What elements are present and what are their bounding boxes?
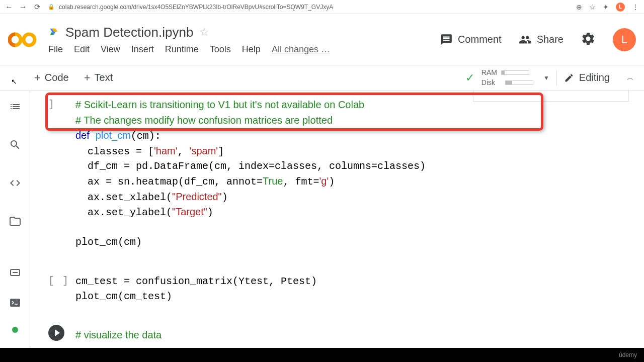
- collapse-header-icon[interactable]: ︿: [627, 73, 634, 82]
- files-icon[interactable]: [9, 215, 21, 230]
- cell-code[interactable]: # Scikit-Learn is transitioning to V1 bu…: [45, 93, 629, 255]
- user-avatar[interactable]: L: [613, 28, 636, 51]
- cell-prompt[interactable]: [ ]: [48, 275, 69, 287]
- menu-tools[interactable]: Tools: [210, 44, 231, 55]
- resource-dropdown-icon[interactable]: ▼: [543, 74, 549, 81]
- cell-prompt[interactable]: ]: [48, 99, 57, 110]
- cell-code[interactable]: # visualize the data: [45, 323, 629, 348]
- zoom-icon[interactable]: ⊕: [576, 3, 582, 11]
- url-bar[interactable]: 🔒 colab.research.google.com/drive/1sx4O5…: [48, 4, 569, 11]
- resource-monitor[interactable]: RAM Disk: [481, 68, 533, 87]
- plus-icon: +: [34, 71, 41, 84]
- divider: [556, 70, 557, 85]
- add-text-button[interactable]: + Text: [84, 71, 113, 84]
- drive-icon: [48, 27, 59, 38]
- toolbar: + Code + Text ✓ RAM Disk ▼ Editing ︿: [0, 65, 644, 90]
- menu-runtime[interactable]: Runtime: [165, 44, 199, 55]
- cell-code[interactable]: cm_test = confusion_matrix(Ytest, Ptest)…: [45, 269, 629, 309]
- code-cell[interactable]: ] # Scikit-Learn is transitioning to V1 …: [45, 93, 629, 255]
- disk-bar: [505, 80, 533, 85]
- run-cell-button[interactable]: [48, 325, 64, 341]
- toc-icon[interactable]: [9, 101, 21, 116]
- menu-file[interactable]: File: [48, 44, 63, 55]
- browser-menu-icon[interactable]: ⋮: [632, 3, 639, 11]
- code-cell[interactable]: # visualize the data: [45, 323, 629, 348]
- comment-label: Comment: [458, 34, 502, 45]
- kernel-status-icon: [12, 327, 18, 333]
- star-icon[interactable]: ☆: [199, 26, 209, 39]
- share-button[interactable]: Share: [519, 33, 564, 46]
- svg-rect-4: [10, 299, 20, 307]
- status-check-icon: ✓: [465, 71, 474, 84]
- settings-button[interactable]: [581, 31, 596, 48]
- forward-icon[interactable]: →: [19, 3, 27, 12]
- text-label: Text: [95, 72, 113, 83]
- svg-point-1: [24, 34, 35, 45]
- menu-insert[interactable]: Insert: [131, 44, 154, 55]
- editing-label: Editing: [579, 72, 610, 83]
- colab-logo[interactable]: [8, 30, 38, 50]
- save-status[interactable]: All changes …: [272, 44, 330, 55]
- lock-icon: 🔒: [48, 4, 55, 10]
- back-icon[interactable]: ←: [5, 3, 13, 12]
- brand-label: ûdemy: [619, 351, 637, 358]
- title-area: Spam Detection.ipynb ☆ File Edit View In…: [48, 25, 440, 55]
- star-icon[interactable]: ☆: [589, 3, 596, 11]
- terminal-icon[interactable]: [9, 297, 21, 312]
- reload-icon[interactable]: ⟳: [34, 3, 41, 12]
- header-actions: Comment Share L: [440, 28, 636, 51]
- editing-mode-button[interactable]: Editing: [564, 72, 610, 83]
- menu-view[interactable]: View: [101, 44, 120, 55]
- cell-toolbar[interactable]: [473, 90, 629, 102]
- video-overlay-bar: ûdemy: [0, 348, 644, 362]
- document-title[interactable]: Spam Detection.ipynb: [65, 25, 193, 40]
- nav-arrows: ← →: [5, 3, 27, 12]
- code-cell[interactable]: [ ] cm_test = confusion_matrix(Ytest, Pt…: [45, 269, 629, 309]
- header: Spam Detection.ipynb ☆ File Edit View In…: [0, 14, 644, 65]
- code-label: Code: [45, 72, 69, 83]
- menu-bar: File Edit View Insert Runtime Tools Help…: [48, 44, 440, 55]
- snippets-icon[interactable]: [9, 177, 21, 192]
- plus-icon: +: [84, 71, 91, 84]
- main-area: ↖ ] # Scikit-Learn is transitioning to V…: [0, 90, 644, 348]
- extensions-icon[interactable]: ✦: [603, 3, 609, 11]
- ram-label: RAM: [481, 68, 497, 78]
- notebook-content: ↖ ] # Scikit-Learn is transitioning to V…: [30, 90, 644, 348]
- menu-help[interactable]: Help: [242, 44, 261, 55]
- browser-actions: ⊕ ☆ ✦ L ⋮: [576, 3, 639, 12]
- comment-button[interactable]: Comment: [440, 33, 502, 46]
- command-palette-icon[interactable]: [9, 266, 21, 282]
- left-sidebar: [0, 90, 30, 348]
- share-label: Share: [537, 34, 564, 45]
- disk-label: Disk: [481, 78, 495, 88]
- search-icon[interactable]: [9, 139, 21, 154]
- browser-avatar[interactable]: L: [616, 3, 625, 12]
- menu-edit[interactable]: Edit: [74, 44, 90, 55]
- browser-bar: ← → ⟳ 🔒 colab.research.google.com/drive/…: [0, 0, 644, 14]
- url-text: colab.research.google.com/drive/1sx4O5SE…: [59, 4, 333, 11]
- add-code-button[interactable]: + Code: [34, 71, 69, 84]
- ram-bar: [501, 70, 529, 75]
